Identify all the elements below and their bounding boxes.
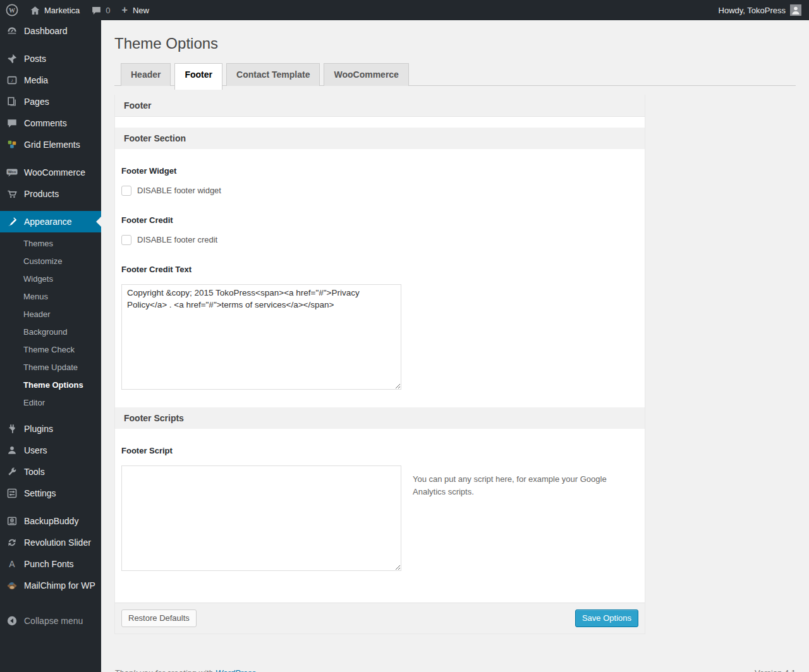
sidebar-item-users[interactable]: Users bbox=[0, 440, 101, 461]
sidebar-item-grid-elements[interactable]: Grid Elements bbox=[0, 134, 101, 155]
footer-scripts-bar: Footer Scripts bbox=[115, 407, 645, 429]
footer-scripts-body: Footer Script You can put any script her… bbox=[115, 429, 645, 603]
collapse-menu-button[interactable]: Collapse menu bbox=[0, 610, 101, 632]
footer-thanks-text: Thank you for creating with WordPress. bbox=[114, 668, 259, 672]
woocommerce-icon: Woo bbox=[6, 167, 18, 178]
menu-separator bbox=[0, 42, 101, 48]
backup-drive-icon bbox=[6, 515, 18, 527]
sidebar-item-label: WooCommerce bbox=[24, 167, 85, 178]
sidebar-item-label: Settings bbox=[24, 488, 56, 499]
submenu-theme-options[interactable]: Theme Options bbox=[0, 376, 101, 394]
sidebar-item-woocommerce[interactable]: Woo WooCommerce bbox=[0, 162, 101, 183]
new-content-menu[interactable]: + New bbox=[116, 0, 155, 20]
restore-defaults-button[interactable]: Restore Defaults bbox=[121, 609, 197, 627]
submenu-background[interactable]: Background bbox=[0, 323, 101, 341]
sidebar-item-label: Dashboard bbox=[24, 25, 68, 37]
footer-script-textarea[interactable] bbox=[121, 465, 401, 571]
footer-credit-label: Footer Credit bbox=[121, 215, 638, 225]
wordpress-link[interactable]: WordPress bbox=[216, 668, 256, 672]
version-text: Version 4.1 bbox=[755, 668, 796, 672]
main-content: Theme Options Header Footer Contact Temp… bbox=[101, 0, 809, 672]
sidebar-item-media[interactable]: ♪ Media bbox=[0, 69, 101, 91]
menu-separator bbox=[0, 155, 101, 162]
new-label: New bbox=[133, 6, 149, 15]
sidebar-item-revolution-slider[interactable]: Revolution Slider bbox=[0, 532, 101, 553]
footer-script-label: Footer Script bbox=[121, 446, 638, 455]
page-title: Theme Options bbox=[114, 35, 796, 53]
sidebar-item-plugins[interactable]: Plugins bbox=[0, 418, 101, 440]
sidebar-item-label: Tools bbox=[24, 466, 45, 477]
site-menu[interactable]: Marketica bbox=[24, 0, 85, 20]
sidebar-item-label: BackupBuddy bbox=[24, 515, 78, 527]
pushpin-icon bbox=[6, 53, 18, 64]
tab-header[interactable]: Header bbox=[121, 63, 171, 86]
sidebar-item-settings[interactable]: Settings bbox=[0, 483, 101, 504]
plugin-icon bbox=[6, 423, 18, 435]
sidebar-item-mailchimp[interactable]: MailChimp for WP bbox=[0, 575, 101, 596]
sidebar-item-label: Grid Elements bbox=[24, 139, 80, 150]
media-icon: ♪ bbox=[6, 75, 18, 86]
sidebar-item-dashboard[interactable]: Dashboard bbox=[0, 20, 101, 42]
tab-contact-template[interactable]: Contact Template bbox=[226, 63, 320, 86]
footer-options-panel: Footer Footer Section Footer Widget DISA… bbox=[114, 95, 645, 634]
footer-credit-text-textarea[interactable]: Copyright &copy; 2015 TokoPress<span><a … bbox=[121, 284, 401, 390]
submenu-widgets[interactable]: Widgets bbox=[0, 270, 101, 288]
comment-bubble-icon bbox=[91, 5, 102, 16]
theme-options-tabs: Header Footer Contact Template WooCommer… bbox=[114, 63, 796, 86]
plus-icon: + bbox=[122, 4, 128, 16]
refresh-arrows-icon bbox=[6, 537, 18, 548]
wordpress-logo-menu[interactable]: W bbox=[0, 0, 24, 20]
submenu-theme-check[interactable]: Theme Check bbox=[0, 341, 101, 359]
panel-gap bbox=[115, 117, 645, 128]
letter-a-icon: A bbox=[6, 558, 18, 570]
tab-woocommerce[interactable]: WooCommerce bbox=[324, 63, 408, 86]
collapse-arrow-icon bbox=[6, 615, 18, 627]
svg-text:♪: ♪ bbox=[11, 78, 13, 83]
sidebar-item-label: Posts bbox=[24, 53, 46, 64]
footer-credit-text-label: Footer Credit Text bbox=[121, 265, 638, 274]
sidebar-item-backupbuddy[interactable]: BackupBuddy bbox=[0, 510, 101, 532]
submenu-menus[interactable]: Menus bbox=[0, 288, 101, 306]
settings-sliders-icon bbox=[6, 488, 18, 499]
disable-footer-widget-label: DISABLE footer widget bbox=[137, 186, 221, 195]
home-icon bbox=[30, 5, 40, 16]
footer-credit-checkbox-row: DISABLE footer credit bbox=[121, 235, 638, 245]
sidebar-item-label: Revolution Slider bbox=[24, 537, 91, 548]
disable-footer-credit-checkbox[interactable] bbox=[121, 235, 131, 245]
footer-script-help-text: You can put any script here, for example… bbox=[413, 473, 609, 498]
user-icon bbox=[6, 445, 18, 456]
tab-footer[interactable]: Footer bbox=[174, 63, 222, 90]
appearance-submenu: Themes Customize Widgets Menus Header Ba… bbox=[0, 232, 101, 418]
mailchimp-monkey-icon bbox=[6, 580, 18, 591]
sidebar-item-products[interactable]: Products bbox=[0, 183, 101, 205]
my-account-menu[interactable]: Howdy, TokoPress bbox=[711, 0, 809, 20]
save-options-button[interactable]: Save Options bbox=[575, 609, 638, 627]
footer-widget-checkbox-row: DISABLE footer widget bbox=[121, 186, 638, 196]
sidebar-item-label: Products bbox=[24, 188, 59, 200]
sidebar-item-pages[interactable]: Pages bbox=[0, 91, 101, 112]
disable-footer-widget-checkbox[interactable] bbox=[121, 186, 131, 196]
sidebar-item-appearance[interactable]: Appearance bbox=[0, 211, 101, 232]
sidebar-item-punch-fonts[interactable]: A Punch Fonts bbox=[0, 553, 101, 575]
comments-icon bbox=[6, 117, 18, 129]
menu-separator bbox=[0, 205, 101, 211]
submenu-themes[interactable]: Themes bbox=[0, 235, 101, 253]
cart-icon bbox=[6, 188, 18, 200]
submenu-customize[interactable]: Customize bbox=[0, 253, 101, 270]
comments-menu[interactable]: 0 bbox=[85, 0, 116, 20]
sidebar-item-label: Media bbox=[24, 75, 48, 86]
collapse-menu-label: Collapse menu bbox=[24, 615, 83, 627]
panel-title-bar: Footer bbox=[115, 95, 645, 117]
thanks-suffix: . bbox=[256, 668, 259, 672]
sidebar-item-tools[interactable]: Tools bbox=[0, 461, 101, 483]
menu-separator bbox=[0, 504, 101, 510]
submenu-header[interactable]: Header bbox=[0, 306, 101, 323]
dashboard-icon bbox=[6, 25, 18, 37]
appearance-brush-icon bbox=[6, 216, 18, 227]
submenu-theme-update[interactable]: Theme Update bbox=[0, 359, 101, 376]
howdy-text: Howdy, TokoPress bbox=[719, 6, 786, 15]
sidebar-item-comments[interactable]: Comments bbox=[0, 112, 101, 134]
sidebar-item-label: MailChimp for WP bbox=[24, 580, 95, 591]
sidebar-item-posts[interactable]: Posts bbox=[0, 48, 101, 69]
submenu-editor[interactable]: Editor bbox=[0, 394, 101, 412]
